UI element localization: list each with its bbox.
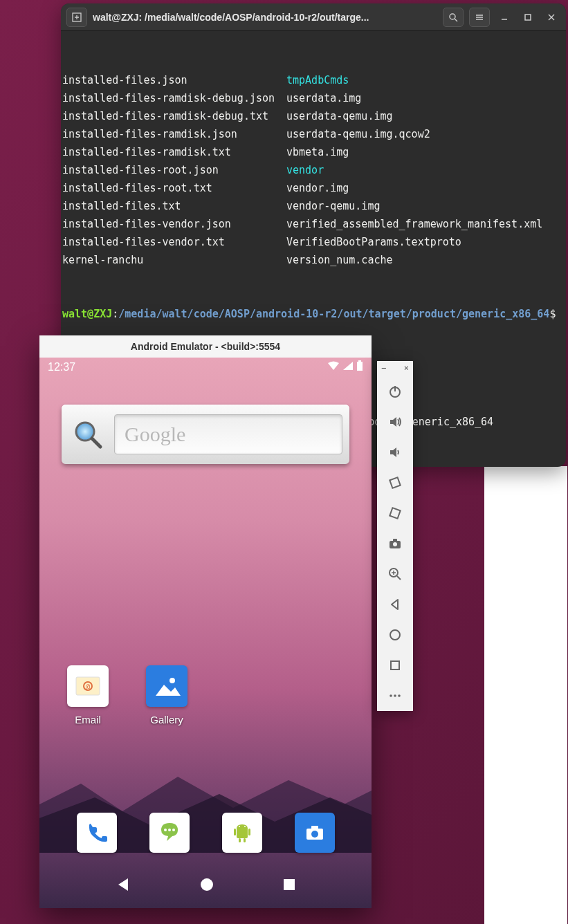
close-button[interactable] <box>542 8 560 26</box>
emulator-screen[interactable]: 12:37 Google @ Email <box>39 358 372 908</box>
svg-point-19 <box>170 678 175 683</box>
svg-line-4 <box>455 19 457 21</box>
volume-up-button[interactable] <box>382 407 408 437</box>
svg-rect-33 <box>284 879 295 890</box>
file-entry: installed-files-ramdisk.json <box>62 125 286 143</box>
toolbar-close[interactable]: × <box>404 363 409 374</box>
wifi-icon <box>327 361 340 373</box>
file-entry: userdata.img <box>286 89 361 107</box>
file-entry: version_num.cache <box>286 251 393 269</box>
svg-point-3 <box>450 14 455 19</box>
file-entry: installed-files.txt <box>62 197 286 215</box>
toolbar-minimize[interactable]: − <box>381 363 386 374</box>
svg-rect-24 <box>248 829 250 835</box>
app-email[interactable]: @ Email <box>67 665 109 726</box>
file-entry: tmpAdbCmds <box>286 71 349 89</box>
svg-point-22 <box>172 829 175 831</box>
dock <box>39 813 372 853</box>
search-widget[interactable]: Google <box>62 405 349 464</box>
volume-down-button[interactable] <box>382 437 408 468</box>
background-white-pane <box>484 466 567 924</box>
file-entry: vendor-qemu.img <box>286 197 380 215</box>
file-entry: vendor <box>286 161 324 179</box>
status-bar: 12:37 <box>39 358 372 377</box>
terminal-titlebar: walt@ZXJ: /media/walt/code/AOSP/android-… <box>61 3 566 31</box>
file-entry: installed-files-ramdisk-debug.json <box>62 89 286 107</box>
rotate-left-button[interactable] <box>382 468 408 498</box>
home-button[interactable] <box>382 620 408 650</box>
back-button[interactable] <box>382 589 408 620</box>
more-button[interactable] <box>382 681 408 711</box>
svg-point-32 <box>201 878 213 891</box>
nav-home[interactable] <box>199 876 215 896</box>
svg-rect-46 <box>391 661 399 669</box>
svg-rect-37 <box>390 508 400 518</box>
svg-point-21 <box>164 829 167 831</box>
search-icon <box>68 415 107 454</box>
svg-rect-25 <box>239 838 241 842</box>
menu-button[interactable] <box>469 8 490 27</box>
file-entry: installed-files-vendor.txt <box>62 233 286 251</box>
svg-point-48 <box>394 694 396 697</box>
file-entry: installed-files.json <box>62 71 286 89</box>
dock-camera[interactable] <box>295 813 335 853</box>
power-button[interactable] <box>382 376 408 407</box>
signal-icon <box>342 361 354 373</box>
file-entry: userdata-qemu.img.qcow2 <box>286 125 430 143</box>
app-label: Email <box>75 714 101 726</box>
svg-point-20 <box>168 829 171 831</box>
prompt-path: /media/walt/code/AOSP/android-10-r2/out/… <box>118 308 549 320</box>
svg-rect-30 <box>311 826 318 829</box>
svg-point-27 <box>239 826 240 827</box>
zoom-button[interactable] <box>382 559 408 589</box>
new-tab-button[interactable] <box>66 8 87 27</box>
file-entry: verified_assembled_framework_manifest.xm… <box>286 215 542 233</box>
svg-point-45 <box>390 630 400 640</box>
svg-line-44 <box>397 576 401 580</box>
svg-point-28 <box>244 826 246 827</box>
battery-icon <box>356 360 363 374</box>
nav-recent[interactable] <box>282 877 297 895</box>
minimize-button[interactable] <box>495 8 513 26</box>
rotate-right-button[interactable] <box>382 498 408 528</box>
dock-apps[interactable] <box>222 813 262 853</box>
file-entry: VerifiedBootParams.textproto <box>286 233 461 251</box>
svg-rect-9 <box>525 15 531 20</box>
svg-point-49 <box>398 694 401 697</box>
file-entry: vendor.img <box>286 179 349 197</box>
dock-messages[interactable] <box>149 813 190 853</box>
maximize-button[interactable] <box>519 8 537 26</box>
svg-point-31 <box>311 831 318 838</box>
emulator-window: Android Emulator - <build>:5554 12:37 <box>39 335 372 908</box>
file-entry: installed-files-root.json <box>62 161 286 179</box>
svg-rect-26 <box>244 838 246 842</box>
prompt-user: walt@ZXJ <box>62 308 112 320</box>
svg-point-47 <box>390 694 392 697</box>
nav-back[interactable] <box>114 876 132 896</box>
file-entry: kernel-ranchu <box>62 251 286 269</box>
clock: 12:37 <box>48 361 75 373</box>
file-entry: vbmeta.img <box>286 143 349 161</box>
svg-rect-12 <box>357 362 363 371</box>
svg-text:@: @ <box>86 683 90 690</box>
svg-rect-13 <box>358 360 361 362</box>
home-apps: @ Email Gallery <box>67 665 187 726</box>
svg-rect-23 <box>234 829 236 835</box>
search-input[interactable]: Google <box>114 414 342 454</box>
emulator-toolbar: − × <box>377 361 413 711</box>
file-entry: userdata-qemu.img <box>286 107 393 125</box>
overview-button[interactable] <box>382 650 408 681</box>
screenshot-button[interactable] <box>382 528 408 559</box>
svg-rect-39 <box>393 539 397 542</box>
nav-bar <box>39 864 372 908</box>
dock-phone[interactable] <box>77 813 117 853</box>
terminal-title: walt@ZXJ: /media/walt/code/AOSP/android-… <box>93 12 437 23</box>
file-entry: installed-files-root.txt <box>62 179 286 197</box>
svg-rect-36 <box>390 477 400 488</box>
app-gallery[interactable]: Gallery <box>146 665 187 726</box>
file-entry: installed-files-vendor.json <box>62 215 286 233</box>
file-entry: installed-files-ramdisk.txt <box>62 143 286 161</box>
svg-point-40 <box>393 542 397 546</box>
file-entry: installed-files-ramdisk-debug.txt <box>62 107 286 125</box>
search-button[interactable] <box>443 8 464 27</box>
